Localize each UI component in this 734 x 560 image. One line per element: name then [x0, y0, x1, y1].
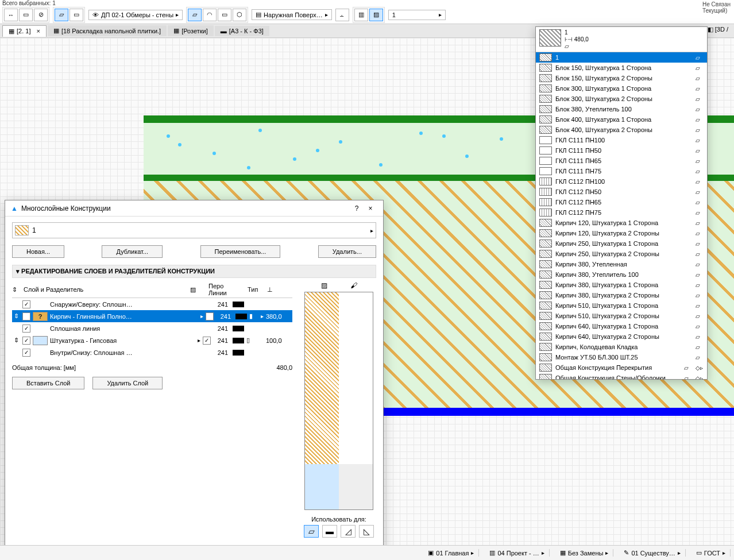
layer-core-checkbox[interactable]: ✓	[203, 337, 211, 345]
tab-3d[interactable]: ◧ [3D /	[704, 24, 732, 35]
tab-view-4[interactable]: ▬ [А3 - К - Ф3]	[215, 26, 269, 36]
layer-visible-checkbox[interactable]: ✓	[22, 349, 30, 357]
layer-visible-checkbox[interactable]: ✓	[22, 300, 30, 308]
layer-visible-checkbox[interactable]: ✓	[22, 325, 30, 333]
layer-core-checkbox[interactable]: ✓	[206, 312, 214, 320]
dropdown-item[interactable]: Кирпич 120, Штукатурка 1 Сторона▱	[536, 218, 707, 228]
dropdown-item[interactable]: ГКЛ С112 ПН50▱	[536, 187, 707, 197]
plan-icon[interactable]: ▥	[354, 9, 368, 21]
dropdown-item[interactable]: Кирпич 120, Штукатурка 2 Стороны▱	[536, 228, 707, 238]
layer-pen[interactable]: 241	[213, 349, 230, 356]
status-story[interactable]: ▣01 Главная▸	[423, 549, 479, 557]
dropdown-item[interactable]: Кирпич 250, Штукатурка 1 Сторона▱	[536, 238, 707, 249]
duplicate-button[interactable]: Дубликат...	[102, 245, 163, 258]
dropdown-item[interactable]: ГКЛ С112 ПН65▱	[536, 197, 707, 207]
layer-pen[interactable]: 241	[213, 337, 230, 344]
layer-thickness[interactable]: 380,0	[266, 313, 292, 320]
dropdown-item[interactable]: Общая Конструкция Перекрытия▱◇▹	[536, 362, 707, 373]
dropdown-item[interactable]: Монтаж УТ.50 БЛ.300 ШТ.25▱	[536, 352, 707, 362]
layer-visible-checkbox[interactable]: ✓	[22, 312, 30, 320]
dropdown-item[interactable]: Блок 300, Штукатурка 2 Стороны▱	[536, 94, 707, 104]
layer-type-icon[interactable]: ▮	[249, 312, 258, 320]
layer-row[interactable]: ⇕✓?Кирпич - Глиняный Полно…▸✓241▮▸380,0	[12, 310, 292, 322]
trapezoid-wall-icon[interactable]: ▭	[218, 9, 231, 21]
wall-tool-icon[interactable]: ▱	[55, 9, 68, 21]
layer-visible-checkbox[interactable]: ✓	[22, 337, 30, 345]
wall-tool-2-icon[interactable]: ▭	[69, 9, 83, 21]
arrow-tool-icon[interactable]: ↔	[4, 9, 18, 21]
delete-button[interactable]: Удалить...	[318, 245, 376, 258]
hatch-fill-icon[interactable]: ▨	[369, 9, 383, 21]
reorder-icon[interactable]: ⇕	[12, 312, 20, 320]
line-style-icon[interactable]	[233, 338, 244, 343]
dropdown-item[interactable]: ГКЛ С111 ПН65▱	[536, 156, 707, 166]
rename-button[interactable]: Переименовать...	[200, 245, 281, 258]
dropdown-item[interactable]: 1▱	[536, 52, 707, 63]
chevron-right-icon[interactable]: ▸	[261, 313, 264, 319]
use-slab-icon[interactable]: ▬	[322, 525, 337, 538]
dropdown-item[interactable]: ГКЛ С112 ПН100▱	[536, 176, 707, 187]
layer-pen[interactable]: 241	[213, 325, 230, 332]
remove-layer-button[interactable]: Удалить Слой	[92, 377, 163, 389]
reorder-icon[interactable]: ⇕	[12, 337, 20, 344]
use-shell-icon[interactable]: ◺	[359, 525, 374, 538]
dropdown-item[interactable]: Кирпич 640, Штукатурка 1 Сторона▱	[536, 321, 707, 331]
poly-wall-icon[interactable]: ⬡	[233, 9, 246, 21]
status-renovation[interactable]: ▦Без Замены▸	[555, 549, 614, 557]
help-button[interactable]: ?	[350, 204, 364, 213]
use-wall-icon[interactable]: ▱	[304, 525, 319, 538]
composite-combo[interactable]: 1 ▸	[388, 10, 446, 20]
dropdown-item[interactable]: Кирпич 640, Штукатурка 2 Стороны▱	[536, 331, 707, 342]
suspend-tool-icon[interactable]: ⊘	[34, 9, 48, 21]
layer-pen[interactable]: 241	[213, 301, 230, 308]
status-pen[interactable]: ✎01 Существу…▸	[619, 549, 685, 557]
dropdown-item[interactable]: ГКЛ С111 ПН100▱	[536, 135, 707, 145]
dropdown-item[interactable]: Блок 150, Штукатурка 2 Стороны▱	[536, 73, 707, 83]
composite-selector[interactable]: 1 ▸	[12, 222, 376, 238]
layer-type-icon[interactable]: ▯	[246, 337, 256, 344]
line-style-icon[interactable]	[233, 326, 244, 331]
layer-combo[interactable]: 👁 ДП 02-1 Обмеры - стены ▸	[88, 10, 183, 20]
layer-row[interactable]: ✓Сплошная линия241	[12, 322, 292, 334]
line-style-icon[interactable]	[233, 350, 244, 356]
surface-combo[interactable]: ▤ Наружная Поверх… ▸	[252, 9, 332, 20]
close-button[interactable]: ×	[364, 204, 377, 213]
status-standard[interactable]: ▭ГОСТ▸	[691, 549, 731, 557]
reference-line-icon[interactable]: ⫠	[335, 9, 349, 21]
dropdown-item[interactable]: Кирпич 510, Штукатурка 1 Сторона▱	[536, 300, 707, 311]
curved-wall-icon[interactable]: ◠	[203, 9, 217, 21]
tab-view-1[interactable]: ▦ [2. 1] ×	[2, 25, 47, 37]
line-style-icon[interactable]	[233, 302, 244, 307]
dropdown-item[interactable]: Кирпич 380, Штукатурка 2 Стороны▱	[536, 290, 707, 300]
dropdown-item[interactable]: ГКЛ С111 ПН50▱	[536, 145, 707, 156]
straight-wall-icon[interactable]: ▱	[188, 9, 202, 21]
new-button[interactable]: Новая...	[12, 245, 64, 258]
dropdown-item[interactable]: Кирпич, Колодцевая Кладка▱	[536, 342, 707, 352]
dropdown-item[interactable]: Блок 300, Штукатурка 1 Сторона▱	[536, 83, 707, 94]
dropdown-item[interactable]: ГКЛ С111 ПН75▱	[536, 166, 707, 176]
dropdown-item[interactable]: Блок 400, Штукатурка 2 Стороны▱	[536, 125, 707, 135]
layer-row[interactable]: ✓Внутри/Снизу: Сплошная …241	[12, 346, 292, 358]
layer-thickness[interactable]: 100,0	[266, 337, 292, 344]
chevron-right-icon[interactable]: ▸	[198, 337, 200, 343]
tab-view-3[interactable]: ▦ [Розетки]	[168, 25, 214, 36]
close-icon[interactable]: ×	[36, 28, 40, 34]
dropdown-item[interactable]: Кирпич 380, Штукатурка 1 Сторона▱	[536, 280, 707, 290]
layer-pen[interactable]: 241	[216, 313, 233, 320]
status-layout[interactable]: ▥04 Проект - …▸	[485, 549, 549, 557]
dropdown-item[interactable]: Кирпич 510, Штукатурка 2 Стороны▱	[536, 311, 707, 321]
dropdown-item[interactable]: Блок 380, Утеплитель 100▱	[536, 104, 707, 114]
dropdown-item[interactable]: Общая Конструкция Стены/Оболочки▱◇▹	[536, 373, 707, 380]
dropdown-item[interactable]: Кирпич 380, Утепленная▱	[536, 259, 707, 269]
use-roof-icon[interactable]: ◿	[341, 525, 356, 538]
tab-view-2[interactable]: ▦ [18 Раскладка напольной плитки.]	[48, 25, 167, 36]
line-style-icon[interactable]	[235, 314, 247, 319]
dropdown-item[interactable]: Кирпич 250, Штукатурка 2 Стороны▱	[536, 249, 707, 259]
section-header[interactable]: ▾ РЕДАКТИРОВАНИЕ СЛОЕВ И РАЗДЕЛИТЕЛЕЙ КО…	[12, 265, 376, 278]
dropdown-item[interactable]: Кирпич 380, Утеплитель 100▱	[536, 269, 707, 280]
layer-row[interactable]: ⇕✓Штукатурка - Гипсовая▸✓241▯100,0	[12, 334, 292, 346]
composite-dropdown[interactable]: 1 ⊦⊣ 480,0 ▱ 1▱Блок 150, Штукатурка 1 Ст…	[535, 26, 708, 380]
insert-layer-button[interactable]: Вставить Слой	[12, 377, 84, 389]
marquee-tool-icon[interactable]: ▭	[19, 9, 33, 21]
dropdown-item[interactable]: Блок 400, Штукатурка 1 Сторона▱	[536, 114, 707, 125]
